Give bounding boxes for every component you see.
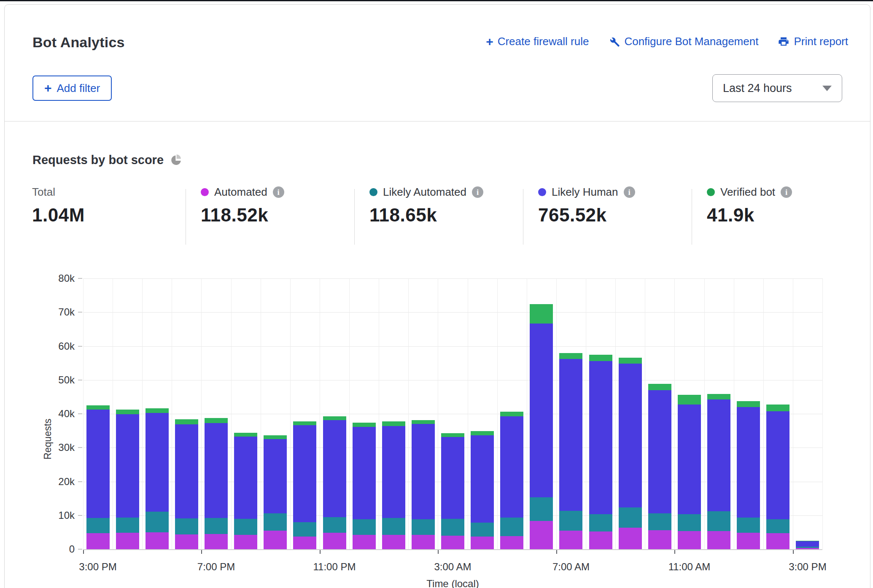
automated-dot-icon bbox=[201, 188, 209, 196]
stat-verified-bot-label: Verified bot bbox=[720, 186, 775, 199]
stat-divider bbox=[186, 189, 186, 245]
configure-bot-management-label: Configure Bot Management bbox=[624, 35, 758, 48]
stat-automated-label: Automated bbox=[214, 186, 267, 199]
stat-divider bbox=[523, 189, 523, 245]
info-icon[interactable]: i bbox=[781, 186, 792, 198]
stat-automated-value: 118.52k bbox=[201, 205, 284, 226]
add-filter-button[interactable]: + Add filter bbox=[32, 76, 112, 101]
stat-total: Total 1.04M bbox=[32, 186, 85, 226]
stat-likely-automated-label: Likely Automated bbox=[383, 186, 466, 199]
stat-verified-bot-value: 41.9k bbox=[707, 205, 792, 226]
section-title: Requests by bot score bbox=[32, 153, 164, 167]
stat-divider bbox=[354, 189, 355, 245]
chevron-down-icon bbox=[822, 86, 832, 91]
stat-divider bbox=[692, 189, 692, 245]
create-firewall-rule-label: Create firewall rule bbox=[498, 35, 589, 48]
stat-verified-bot: Verified bot i 41.9k bbox=[707, 186, 792, 226]
stat-likely-automated-value: 118.65k bbox=[369, 205, 483, 226]
time-range-select[interactable]: Last 24 hours bbox=[712, 74, 842, 102]
wrench-icon bbox=[608, 36, 620, 48]
stat-likely-human: Likely Human i 765.52k bbox=[538, 186, 635, 226]
time-range-value: Last 24 hours bbox=[723, 82, 792, 95]
likely-automated-dot-icon bbox=[369, 188, 377, 196]
section-title-row: Requests by bot score bbox=[32, 153, 182, 167]
printer-icon bbox=[778, 36, 789, 48]
print-report-link[interactable]: Print report bbox=[778, 35, 848, 48]
bot-analytics-page: Bot Analytics + Create firewall rule Con… bbox=[0, 0, 873, 588]
print-report-label: Print report bbox=[794, 35, 848, 48]
plus-icon: + bbox=[44, 82, 52, 94]
stat-total-label: Total bbox=[32, 186, 85, 199]
plus-icon: + bbox=[486, 35, 493, 48]
stat-likely-automated: Likely Automated i 118.65k bbox=[369, 186, 483, 226]
info-icon[interactable]: i bbox=[624, 186, 635, 198]
add-filter-label: Add filter bbox=[57, 82, 100, 95]
info-icon[interactable]: i bbox=[472, 186, 483, 198]
window-top-edge bbox=[0, 0, 873, 1]
info-icon[interactable]: i bbox=[273, 186, 284, 198]
header-actions: + Create firewall rule Configure Bot Man… bbox=[486, 35, 848, 48]
likely-human-dot-icon bbox=[538, 188, 546, 196]
create-firewall-rule-link[interactable]: + Create firewall rule bbox=[486, 35, 589, 48]
stat-likely-human-label: Likely Human bbox=[552, 186, 618, 199]
configure-bot-management-link[interactable]: Configure Bot Management bbox=[608, 35, 758, 48]
analytics-card: Bot Analytics + Create firewall rule Con… bbox=[4, 4, 870, 588]
verified-bot-dot-icon bbox=[707, 188, 715, 196]
stat-automated: Automated i 118.52k bbox=[201, 186, 284, 226]
page-title: Bot Analytics bbox=[32, 34, 125, 51]
stat-likely-human-value: 765.52k bbox=[538, 205, 635, 226]
card-header: Bot Analytics + Create firewall rule Con… bbox=[5, 5, 870, 121]
pie-chart-icon bbox=[170, 154, 182, 167]
stat-total-value: 1.04M bbox=[32, 205, 85, 226]
